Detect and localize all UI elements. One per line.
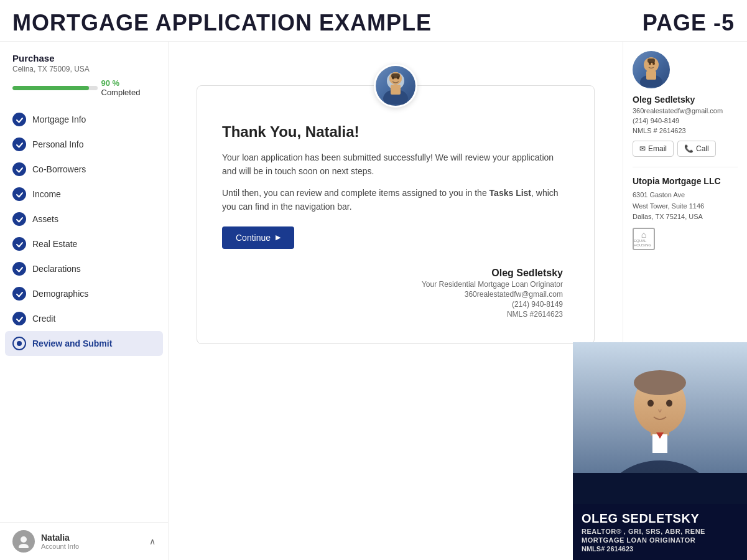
svg-rect-5 [391, 85, 401, 95]
equal-housing-icon: ⌂ EQUAL HOUSING [633, 228, 655, 250]
agent-nmls: NMLS # 2614623 [633, 127, 686, 134]
sidebar-item-mortgage-info[interactable]: Mortgage Info [0, 107, 168, 132]
agent-name: Oleg Sedletsky [633, 95, 695, 105]
overlay-nmls: NMLS# 2614623 [582, 545, 738, 553]
agent-photo [633, 51, 670, 88]
svg-point-1 [19, 544, 29, 548]
sidebar-item-declarations[interactable]: Declarations [0, 256, 168, 281]
app-title: MORTGAGE APPLICATION EXAMPLE [12, 10, 432, 36]
svg-rect-15 [646, 71, 656, 80]
call-button-label: Call [696, 144, 709, 153]
card-agent-avatar [374, 64, 417, 108]
svg-point-21 [647, 400, 654, 407]
thank-you-text-1: Your loan application has been submitted… [222, 151, 563, 179]
call-button[interactable]: 📞 Call [677, 141, 716, 157]
sidebar-item-income[interactable]: Income [0, 182, 168, 207]
body2-prefix: Until then, you can review and complete … [222, 188, 489, 198]
sidebar-item-demographics[interactable]: Demographics [0, 281, 168, 306]
phone-icon: 📞 [684, 144, 694, 153]
progress-fill [12, 86, 89, 90]
card-signature: Oleg Sedletsky Your Residential Mortgage… [222, 268, 563, 319]
check-icon [12, 312, 26, 325]
thank-you-card: Thank You, Natalia! Your loan applicatio… [197, 85, 595, 344]
overlay-name: OLEG SEDLETSKY [582, 511, 738, 526]
nav-label-real-estate: Real Estate [32, 239, 77, 249]
nav-label-mortgage-info: Mortgage Info [32, 114, 86, 124]
center-panel: Thank You, Natalia! Your loan applicatio… [169, 42, 623, 560]
email-button[interactable]: ✉ Email [633, 141, 674, 157]
tasks-list-bold: Tasks List [489, 188, 531, 198]
nav-label-personal-info: Personal Info [32, 139, 84, 149]
sig-role: Your Residential Mortgage Loan Originato… [222, 280, 563, 289]
company-line1: 6301 Gaston Ave [633, 190, 738, 201]
overlay-title: REALTOR® , GRI, SRS, ABR, RENE [582, 528, 738, 535]
thank-you-text-2: Until then, you can review and complete … [222, 186, 563, 214]
check-icon [12, 287, 26, 301]
nav-label-income: Income [32, 189, 61, 199]
thank-you-title: Thank You, Natalia! [222, 123, 563, 141]
eho-logo: ⌂ EQUAL HOUSING [633, 228, 738, 250]
nav-label-co-borrowers: Co-Borrowers [32, 164, 86, 174]
card-agent-photo [376, 64, 415, 108]
sig-name: Oleg Sedletsky [222, 268, 563, 279]
check-icon [12, 212, 26, 226]
sidebar-item-assets[interactable]: Assets [0, 207, 168, 231]
loan-type: Purchase [12, 53, 155, 63]
nav-list: Mortgage Info Personal Info Co-Borrowers [0, 105, 168, 522]
sig-phone: (214) 940-8149 [222, 300, 563, 309]
check-icon [12, 237, 26, 251]
company-line2: West Tower, Suite 1146 [633, 201, 738, 212]
company-name: Utopia Mortgage LLC [633, 176, 738, 186]
nav-label-assets: Assets [32, 214, 58, 224]
active-circle-icon [12, 337, 26, 350]
progress-completed-label: Completed [101, 88, 141, 97]
check-icon [12, 138, 26, 151]
page-number: PAGE -5 [643, 10, 735, 36]
user-sub: Account Info [41, 543, 79, 550]
overlay-role: MORTGAGE LOAN ORIGINATOR [582, 536, 738, 544]
agent-phone: (214) 940-8149 [633, 117, 679, 124]
svg-rect-13 [647, 58, 655, 63]
sidebar-item-co-borrowers[interactable]: Co-Borrowers [0, 157, 168, 182]
sidebar: Purchase Celina, TX 75009, USA 90 % Comp… [0, 42, 169, 560]
nav-label-review-submit: Review and Submit [32, 338, 112, 348]
nav-label-demographics: Demographics [32, 289, 88, 299]
email-icon: ✉ [639, 144, 646, 153]
progress-track [12, 86, 98, 90]
sidebar-item-review-submit[interactable]: Review and Submit [5, 331, 163, 356]
nav-label-declarations: Declarations [32, 264, 81, 274]
progress-text: 90 % Completed [101, 78, 156, 97]
contact-buttons: ✉ Email 📞 Call [633, 141, 716, 157]
loan-address: Celina, TX 75009, USA [12, 65, 155, 73]
card-body: Thank You, Natalia! Your loan applicatio… [222, 111, 563, 319]
sidebar-item-credit[interactable]: Credit [0, 306, 168, 331]
user-name: Natalia [41, 533, 79, 543]
chevron-up-icon[interactable]: ∧ [149, 536, 155, 546]
active-dot [17, 341, 22, 346]
email-button-label: Email [648, 144, 667, 153]
check-icon [12, 113, 26, 126]
svg-rect-9 [391, 73, 400, 78]
bottom-photo-section: OLEG SEDLETSKY REALTOR® , GRI, SRS, ABR,… [573, 342, 747, 560]
sig-email: 360realestatedfw@gmail.com [222, 290, 563, 299]
agent-email: 360realestatedfw@gmail.com [633, 107, 723, 114]
svg-point-22 [666, 400, 672, 407]
svg-point-20 [634, 370, 686, 395]
sidebar-item-personal-info[interactable]: Personal Info [0, 132, 168, 157]
continue-button[interactable]: Continue [222, 226, 294, 249]
user-bar: Natalia Account Info ∧ [0, 522, 168, 560]
company-card: Utopia Mortgage LLC 6301 Gaston Ave West… [633, 167, 738, 250]
user-info: Natalia Account Info [12, 530, 79, 553]
sidebar-item-real-estate[interactable]: Real Estate [0, 231, 168, 256]
svg-point-0 [21, 536, 27, 543]
company-line3: Dallas, TX 75214, USA [633, 212, 738, 223]
progress-bar-wrap: 90 % Completed [12, 78, 155, 97]
check-icon [12, 162, 26, 176]
progress-pct: 90 % [101, 78, 120, 88]
check-icon [12, 187, 26, 201]
user-avatar [12, 530, 35, 553]
check-icon [12, 262, 26, 276]
user-details: Natalia Account Info [41, 533, 79, 550]
overlay-text: OLEG SEDLETSKY REALTOR® , GRI, SRS, ABR,… [573, 504, 747, 560]
agent-card: Oleg Sedletsky 360realestatedfw@gmail.co… [633, 51, 738, 157]
